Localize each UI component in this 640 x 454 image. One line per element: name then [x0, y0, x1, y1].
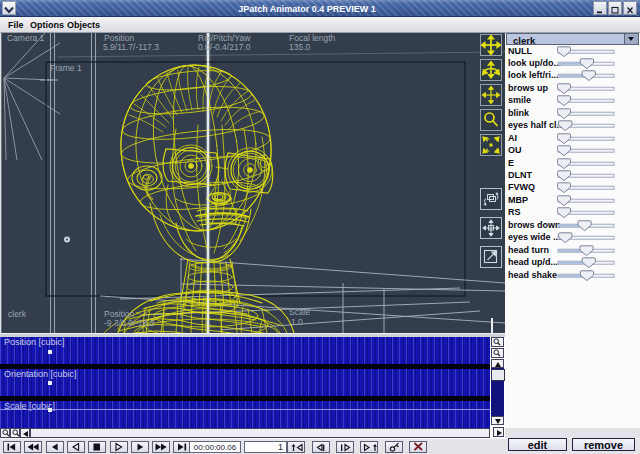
svg-text:1.0: 1.0: [291, 317, 303, 327]
svg-text:135.0: 135.0: [289, 42, 311, 52]
svg-text:clerk: clerk: [8, 309, 27, 319]
svg-text:5.9/11.7/-117.3: 5.9/11.7/-117.3: [103, 42, 159, 52]
svg-text:-9.3/0.0/-18.3: -9.3/0.0/-18.3: [104, 318, 155, 328]
svg-text:Frame 1: Frame 1: [50, 63, 82, 73]
svg-text:0.0/-0.4/217.0: 0.0/-0.4/217.0: [198, 42, 251, 52]
svg-text:Camera 1: Camera 1: [7, 33, 45, 43]
svg-text:Scale: Scale: [289, 307, 311, 317]
